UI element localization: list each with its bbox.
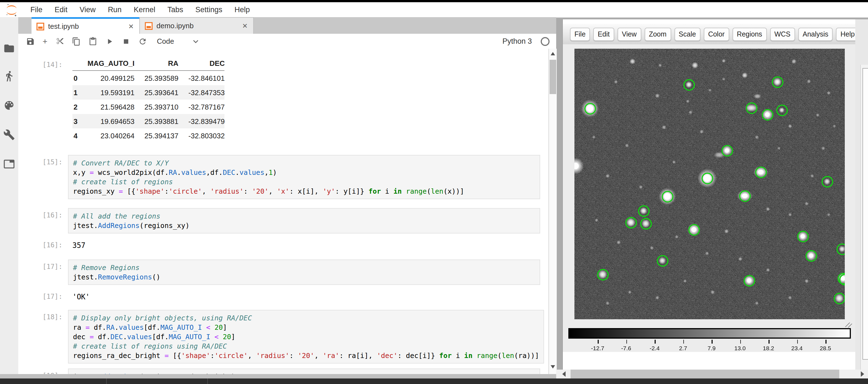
js9-menu-color[interactable]: Color: [704, 27, 729, 41]
js9-colorbar[interactable]: [568, 328, 851, 338]
colorbar-tick-label: 18.2: [757, 345, 779, 351]
colorbar-tick: [626, 340, 627, 344]
starfield-image[interactable]: [575, 49, 845, 319]
code-editor[interactable]: # Convert RA/DEC to X/Yx,y = wcs_world2p…: [68, 155, 540, 199]
notebook-content[interactable]: [14]:MAG_AUTO_IRADEC020.49912525.393589-…: [18, 49, 549, 374]
region-circle[interactable]: [638, 205, 649, 217]
palette-icon[interactable]: [3, 99, 15, 111]
menu-view[interactable]: View: [73, 2, 102, 17]
code-cell[interactable]: [16]:# All add the regionsjtest.AddRegio…: [18, 208, 549, 234]
region-circle[interactable]: [797, 231, 809, 242]
region-circle[interactable]: [755, 166, 767, 178]
add-cell-icon[interactable]: +: [42, 37, 48, 46]
close-icon[interactable]: ✕: [242, 22, 248, 30]
copy-icon[interactable]: [72, 37, 81, 46]
region-circle[interactable]: [833, 292, 845, 304]
menu-tabs[interactable]: Tabs: [161, 2, 189, 17]
stop-icon[interactable]: [122, 37, 130, 46]
jupyter-logo-icon: [5, 3, 18, 16]
scroll-up-icon[interactable]: [551, 52, 555, 55]
scrollbar-track[interactable]: [860, 65, 868, 370]
tab-test-ipynb[interactable]: test.ipynb ✕: [32, 17, 139, 34]
menu-file[interactable]: File: [24, 2, 49, 17]
notebook-vscrollbar[interactable]: [549, 49, 557, 374]
paste-icon[interactable]: [89, 37, 97, 46]
right-vscrollbar[interactable]: [855, 19, 868, 370]
run-icon[interactable]: [105, 37, 114, 46]
table-row: 020.49912525.393589-32.846101: [72, 70, 225, 85]
region-circle[interactable]: [762, 109, 773, 120]
js9-menu-wcs[interactable]: WCS: [770, 27, 795, 41]
cut-icon[interactable]: [55, 37, 64, 46]
js9-menu-file[interactable]: File: [570, 27, 590, 41]
js9-menu-zoom[interactable]: Zoom: [644, 27, 671, 41]
resize-handle-icon[interactable]: [844, 320, 852, 327]
js9-menu-analysis[interactable]: Analysis: [798, 27, 833, 41]
close-icon[interactable]: ✕: [128, 22, 134, 30]
table-cell: 25.393641: [134, 85, 178, 99]
code-token: =: [90, 168, 94, 177]
left-activity-bar: [0, 17, 19, 374]
region-circle[interactable]: [683, 79, 695, 90]
region-circle[interactable]: [597, 269, 609, 280]
code-token: [{: [168, 351, 181, 360]
runner-icon[interactable]: [3, 70, 15, 82]
code-token: <: [206, 323, 210, 331]
menu-run[interactable]: Run: [102, 2, 128, 17]
region-circle[interactable]: [584, 102, 596, 114]
colorbar-tick-label: 13.0: [729, 345, 751, 351]
code-cell[interactable]: [15]:# Convert RA/DEC to X/Yx,y = wcs_wo…: [18, 155, 549, 199]
scrollbar-thumb[interactable]: [863, 68, 868, 360]
region-circle[interactable]: [739, 190, 750, 202]
menu-settings[interactable]: Settings: [189, 2, 228, 17]
kernel-status-icon[interactable]: [541, 37, 550, 46]
js9-menu-edit[interactable]: Edit: [593, 27, 614, 41]
save-icon[interactable]: [26, 37, 35, 46]
region-circle[interactable]: [776, 104, 787, 116]
region-circle[interactable]: [640, 218, 652, 229]
js9-hscrollbar[interactable]: [556, 370, 868, 379]
code-token: ]: [223, 323, 227, 331]
code-line: # Display only bright objects, using RA/…: [73, 313, 539, 323]
region-circle[interactable]: [688, 224, 700, 235]
code-editor[interactable]: # All add the regionsjtest.AddRegions(re…: [68, 208, 540, 234]
folder-icon[interactable]: [3, 42, 15, 54]
js9-menu-scale[interactable]: Scale: [674, 27, 701, 41]
scrollbar-thumb[interactable]: [570, 370, 839, 379]
restart-kernel-icon[interactable]: [138, 37, 147, 46]
cell-type-dropdown[interactable]: Code: [157, 37, 198, 46]
code-editor[interactable]: # Remove Regionsjtest.RemoveRegions(): [68, 260, 540, 285]
scroll-left-icon[interactable]: [562, 371, 566, 377]
region-circle[interactable]: [772, 76, 783, 88]
region-circle[interactable]: [721, 145, 733, 156]
region-circle[interactable]: [743, 275, 755, 286]
code-cell[interactable]: [19]:jtest.AddRegions(regions_ra_dec_bri…: [18, 368, 549, 374]
code-cell[interactable]: [18]:# Display only bright objects, usin…: [18, 310, 549, 363]
js9-image-display[interactable]: [575, 49, 845, 319]
region-circle[interactable]: [625, 217, 637, 228]
scroll-down-icon[interactable]: [551, 365, 555, 368]
code-editor[interactable]: jtest.AddRegions(regions_ra_dec_bright): [68, 368, 540, 374]
cell-prompt: [18]:: [18, 310, 68, 321]
region-circle[interactable]: [805, 250, 817, 261]
region-circle[interactable]: [821, 176, 833, 187]
menu-help[interactable]: Help: [228, 2, 256, 17]
menu-kernel[interactable]: Kernel: [128, 2, 161, 17]
colorbar-tick: [712, 340, 712, 344]
region-circle[interactable]: [656, 255, 668, 266]
code-token: (x))]: [443, 187, 464, 195]
region-circle[interactable]: [701, 172, 713, 184]
code-cell[interactable]: [17]:# Remove Regionsjtest.RemoveRegions…: [18, 260, 549, 285]
wrench-icon[interactable]: [3, 129, 15, 141]
code-line: regions_xy = [{'shape':'circle', 'radius…: [73, 186, 535, 196]
code-editor[interactable]: # Display only bright objects, using RA/…: [68, 310, 544, 363]
tab-demo-ipynb[interactable]: demo.ipynb ✕: [139, 17, 254, 34]
region-circle[interactable]: [661, 190, 673, 202]
js9-menu-regions[interactable]: Regions: [732, 27, 767, 41]
region-circle[interactable]: [746, 102, 757, 114]
scrollbar-thumb[interactable]: [550, 60, 556, 94]
js9-menu-view[interactable]: View: [617, 27, 641, 41]
menu-edit[interactable]: Edit: [49, 2, 74, 17]
scroll-right-icon[interactable]: [861, 371, 864, 377]
tabs-icon[interactable]: [3, 158, 15, 170]
